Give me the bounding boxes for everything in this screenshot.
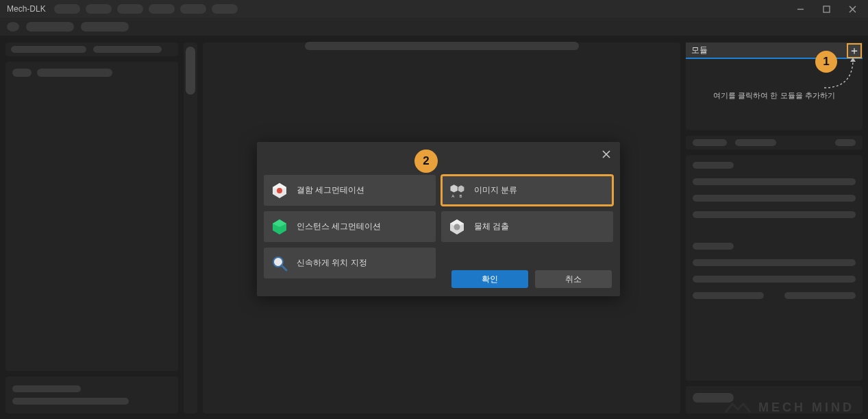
svg-line-20 xyxy=(282,265,286,270)
watermark-text: MECH MIND xyxy=(758,400,854,415)
toolbar-item[interactable] xyxy=(81,22,129,32)
placeholder xyxy=(693,259,856,266)
hexagon-green-icon xyxy=(271,218,288,236)
svg-marker-11 xyxy=(458,185,464,192)
title-bar: Mech-DLK xyxy=(0,0,868,18)
svg-point-18 xyxy=(454,224,460,230)
menu-item[interactable] xyxy=(117,4,143,14)
placeholder xyxy=(693,292,764,299)
left-header xyxy=(5,43,178,56)
module-options: 결함 세그먼테이션 A B 이미지 분류 인스턴스 세그먼테이션 xyxy=(264,175,613,278)
option-label: 이미지 분류 xyxy=(474,184,517,196)
tab-placeholder[interactable] xyxy=(693,139,727,146)
option-instance-segmentation[interactable]: 인스턴스 세그먼테이션 xyxy=(264,211,436,242)
svg-rect-1 xyxy=(823,6,830,12)
placeholder xyxy=(693,243,734,250)
hexagon-gray-icon xyxy=(448,218,466,236)
placeholder xyxy=(12,385,81,392)
window-controls xyxy=(787,0,865,18)
callout-badge-1: 1 xyxy=(815,51,837,73)
module-hint: 여기를 클릭하여 한 모듈을 추가하기 xyxy=(686,91,863,101)
placeholder xyxy=(693,162,734,169)
add-module-button[interactable]: ＋ xyxy=(847,43,862,58)
plus-icon: ＋ xyxy=(849,45,860,56)
option-label: 결함 세그먼테이션 xyxy=(297,184,364,196)
placeholder xyxy=(693,276,856,283)
tab-placeholder[interactable] xyxy=(835,139,856,146)
svg-text:A: A xyxy=(451,193,455,197)
dialog-close-button[interactable] xyxy=(599,147,613,161)
toolbar xyxy=(0,18,868,36)
option-defect-segmentation[interactable]: 결함 세그먼테이션 xyxy=(264,175,436,206)
list-item[interactable] xyxy=(5,62,178,84)
placeholder xyxy=(11,46,86,53)
option-label: 물체 검출 xyxy=(474,221,509,232)
svg-text:B: B xyxy=(459,193,462,197)
canvas-tab xyxy=(305,42,579,50)
module-panel: 모듈 ＋ 여기를 클릭하여 한 모듈을 추가하기 xyxy=(686,43,863,130)
menu-bar xyxy=(54,4,238,14)
placeholder xyxy=(693,178,856,185)
option-label: 신속하게 위치 지정 xyxy=(297,257,367,269)
menu-item[interactable] xyxy=(149,4,175,14)
left-column xyxy=(5,43,178,414)
hexagon-red-icon xyxy=(271,182,288,200)
module-label: 모듈 xyxy=(691,45,708,56)
menu-item[interactable] xyxy=(86,4,112,14)
tab-placeholder[interactable] xyxy=(735,139,776,146)
app-title: Mech-DLK xyxy=(7,4,46,14)
right-tabs xyxy=(686,136,863,149)
placeholder xyxy=(693,211,856,218)
scroll-thumb[interactable] xyxy=(186,47,195,95)
add-module-dialog: 결함 세그먼테이션 A B 이미지 분류 인스턴스 세그먼테이션 xyxy=(257,142,620,296)
placeholder xyxy=(784,292,856,299)
close-button[interactable] xyxy=(839,0,865,18)
maximize-button[interactable] xyxy=(813,0,839,18)
placeholder xyxy=(93,46,162,53)
classification-icon: A B xyxy=(448,182,466,200)
toolbar-item[interactable] xyxy=(26,22,74,32)
magnifier-icon xyxy=(271,254,288,272)
properties-panel xyxy=(686,155,863,381)
callout-badge-2: 2 xyxy=(414,149,438,173)
svg-point-9 xyxy=(277,188,282,193)
option-label: 인스턴스 세그먼테이션 xyxy=(297,221,381,232)
dialog-buttons: 확인 취소 xyxy=(451,270,612,288)
menu-item[interactable] xyxy=(212,4,238,14)
cancel-button[interactable]: 취소 xyxy=(535,270,612,288)
toolbar-icon[interactable] xyxy=(7,22,19,32)
watermark: MECH MIND xyxy=(724,400,854,415)
ok-button[interactable]: 확인 xyxy=(451,270,528,288)
option-image-classification[interactable]: A B 이미지 분류 xyxy=(441,175,613,206)
svg-marker-10 xyxy=(450,184,457,192)
thumb-scroll[interactable] xyxy=(184,43,197,414)
right-column: 모듈 ＋ 여기를 클릭하여 한 모듈을 추가하기 xyxy=(686,43,863,414)
menu-item[interactable] xyxy=(54,4,80,14)
minimize-button[interactable] xyxy=(787,0,813,18)
option-quick-locate[interactable]: 신속하게 위치 지정 xyxy=(264,248,436,278)
left-footer xyxy=(5,376,178,414)
placeholder xyxy=(12,398,129,405)
option-object-detection[interactable]: 물체 검출 xyxy=(441,211,613,242)
label-placeholder xyxy=(37,69,112,77)
thumb-placeholder xyxy=(12,69,32,77)
placeholder xyxy=(693,195,856,202)
image-list-panel xyxy=(5,62,178,371)
menu-item[interactable] xyxy=(180,4,206,14)
